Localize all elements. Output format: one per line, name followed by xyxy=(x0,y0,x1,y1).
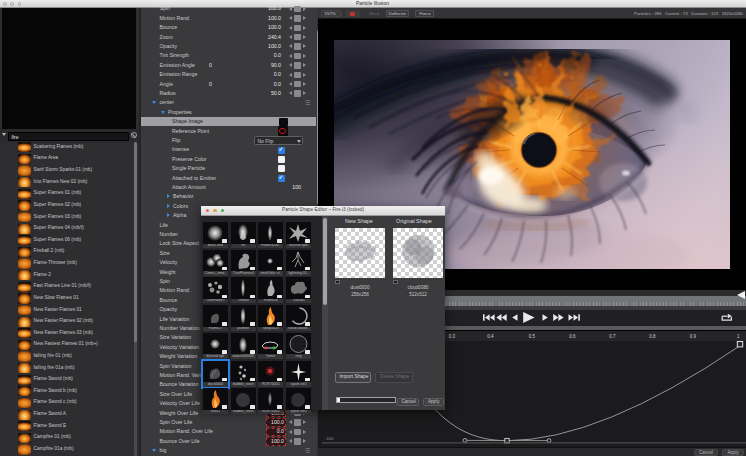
svg-text:-100: -100 xyxy=(325,436,334,441)
